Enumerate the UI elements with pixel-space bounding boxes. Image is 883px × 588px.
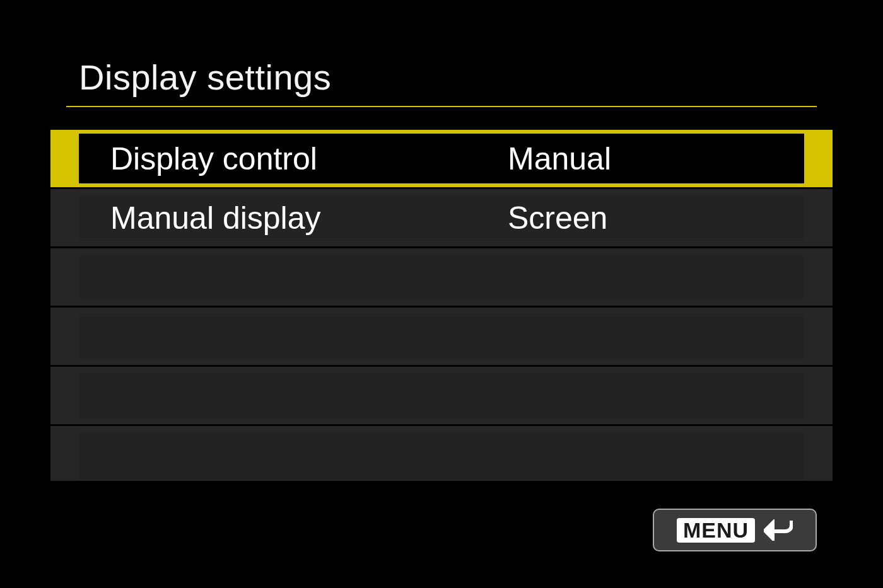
row-manual-display[interactable]: Manual display Screen [50, 189, 833, 248]
header-divider [66, 106, 817, 107]
row-empty-1[interactable] [50, 248, 833, 308]
row-inner [79, 314, 804, 359]
row-value: Manual [508, 141, 611, 177]
row-inner: Display control Manual [79, 134, 804, 183]
header: Display settings [79, 57, 804, 107]
row-display-control[interactable]: Display control Manual [50, 130, 833, 189]
return-icon [764, 519, 793, 541]
row-empty-3[interactable] [50, 367, 833, 426]
row-inner: Manual display Screen [79, 195, 804, 241]
row-label: Manual display [110, 200, 321, 236]
menu-back-button[interactable]: MENU [653, 509, 817, 551]
screen: Display settings Display control Manual … [0, 0, 883, 588]
row-inner [79, 255, 804, 300]
row-value: Screen [508, 200, 607, 236]
menu-button-label: MENU [677, 518, 755, 543]
row-empty-4[interactable] [50, 426, 833, 485]
settings-list: Display control Manual Manual display Sc… [50, 130, 833, 481]
page-title: Display settings [79, 57, 804, 107]
row-empty-2[interactable] [50, 308, 833, 367]
row-inner [79, 432, 804, 480]
row-inner [79, 373, 804, 418]
row-label: Display control [110, 141, 317, 177]
